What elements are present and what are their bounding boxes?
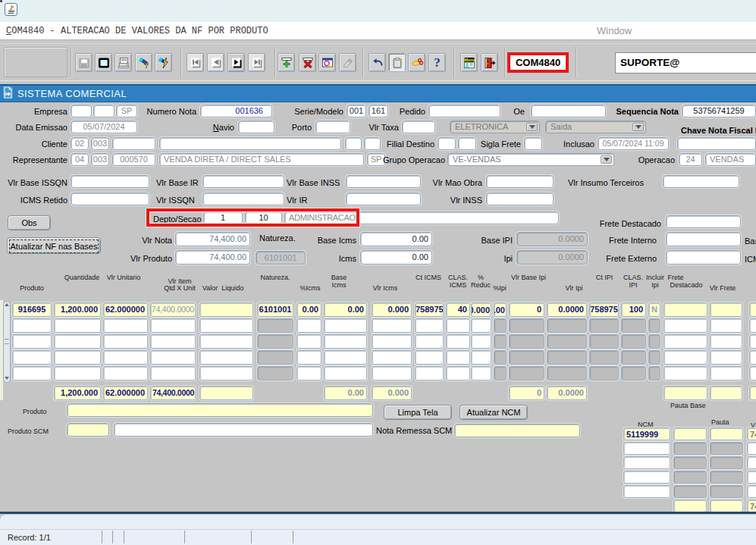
svg-text:?: ? — [144, 61, 149, 68]
svg-text:Menu: Menu — [464, 57, 475, 61]
